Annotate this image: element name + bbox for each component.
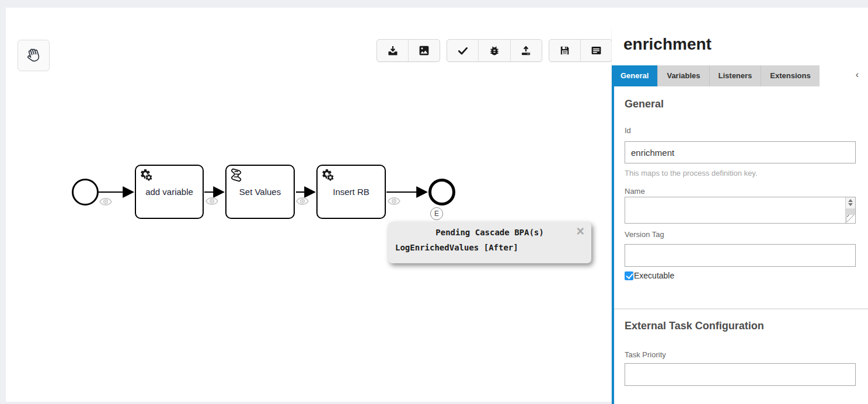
tab-listeners[interactable]: Listeners xyxy=(709,65,761,86)
page-title: enrichment xyxy=(623,35,712,54)
end-event-badge[interactable]: E xyxy=(430,207,443,220)
scroll-down-icon[interactable] xyxy=(848,203,853,206)
watch-eye-icon[interactable] xyxy=(388,197,400,205)
id-input[interactable] xyxy=(625,141,856,163)
download-button[interactable] xyxy=(377,40,409,61)
task-priority-input[interactable] xyxy=(625,363,856,386)
watch-eye-icon[interactable] xyxy=(99,198,112,206)
pending-cascade-tooltip: Pending Cascade BPA(s) LogEnrichedValues… xyxy=(388,222,591,263)
download-icon xyxy=(387,45,399,57)
service-gears-icon xyxy=(320,168,340,187)
hand-pan-icon xyxy=(25,46,43,65)
version-tag-input[interactable] xyxy=(625,244,856,267)
scroll-up-icon[interactable] xyxy=(848,199,853,202)
tooltip-title: Pending Cascade BPA(s) xyxy=(388,228,591,237)
toolbar-group-validate xyxy=(447,39,542,62)
name-label: Name xyxy=(625,187,645,196)
tooltip-entry: LogEnrichedValues [After] xyxy=(388,243,591,252)
validate-button[interactable] xyxy=(447,40,479,61)
watch-eye-icon[interactable] xyxy=(205,197,218,205)
debug-button[interactable] xyxy=(479,40,510,61)
task-set-values[interactable]: Set Values xyxy=(225,165,295,219)
task-priority-label: Task Priority xyxy=(625,350,666,359)
general-tab-content: General Id This maps to the process defi… xyxy=(614,86,868,404)
executable-label: Executable xyxy=(634,271,674,280)
check-validate-icon xyxy=(457,45,469,57)
save-button[interactable] xyxy=(549,40,581,61)
section-heading-external-task: External Task Configuration xyxy=(625,320,764,332)
pan-tool-button[interactable] xyxy=(18,40,50,71)
tab-variables[interactable]: Variables xyxy=(657,65,709,86)
toolbar-group-save xyxy=(549,39,612,62)
toolbar-group-file xyxy=(377,39,440,62)
executable-checkbox-row[interactable]: Executable xyxy=(625,271,674,280)
task-label: Set Values xyxy=(239,187,281,197)
end-event[interactable] xyxy=(428,179,455,206)
form-list-icon xyxy=(590,44,602,57)
properties-panel: enrichment General Variables Listeners E… xyxy=(612,29,868,404)
executable-checkbox[interactable] xyxy=(625,271,633,280)
section-divider xyxy=(614,308,868,309)
section-heading-general: General xyxy=(625,98,664,110)
resize-grip-icon[interactable] xyxy=(847,215,855,223)
name-field-wrap xyxy=(625,197,856,224)
name-textarea[interactable] xyxy=(625,197,845,223)
id-label: Id xyxy=(625,126,631,135)
script-scroll-icon xyxy=(229,168,249,187)
image-export-icon xyxy=(418,44,430,57)
task-label: Insert RB xyxy=(333,187,369,197)
upload-deploy-icon xyxy=(520,45,532,57)
export-image-button[interactable] xyxy=(409,40,440,61)
task-label: add variable xyxy=(145,187,193,197)
service-gears-icon xyxy=(139,168,159,187)
panel-tabs: General Variables Listeners Extensions xyxy=(612,65,820,86)
task-insert-rb[interactable]: Insert RB xyxy=(316,165,386,219)
deploy-button[interactable] xyxy=(511,40,542,61)
close-icon[interactable]: × xyxy=(577,225,584,238)
tab-general[interactable]: General xyxy=(612,65,657,86)
version-tag-label: Version Tag xyxy=(625,230,664,239)
task-add-variable[interactable]: add variable xyxy=(135,165,204,219)
collapse-panel-chevron-icon[interactable]: ‹ xyxy=(856,70,859,79)
tab-extensions[interactable]: Extensions xyxy=(761,65,819,86)
start-event[interactable] xyxy=(72,179,99,206)
form-editor-button[interactable] xyxy=(581,40,612,61)
bug-debug-icon xyxy=(489,45,500,57)
textarea-scrollbar[interactable] xyxy=(845,197,855,223)
watch-eye-icon[interactable] xyxy=(296,197,309,205)
save-floppy-icon xyxy=(559,45,570,56)
id-help-text: This maps to the process definition key. xyxy=(625,169,757,177)
